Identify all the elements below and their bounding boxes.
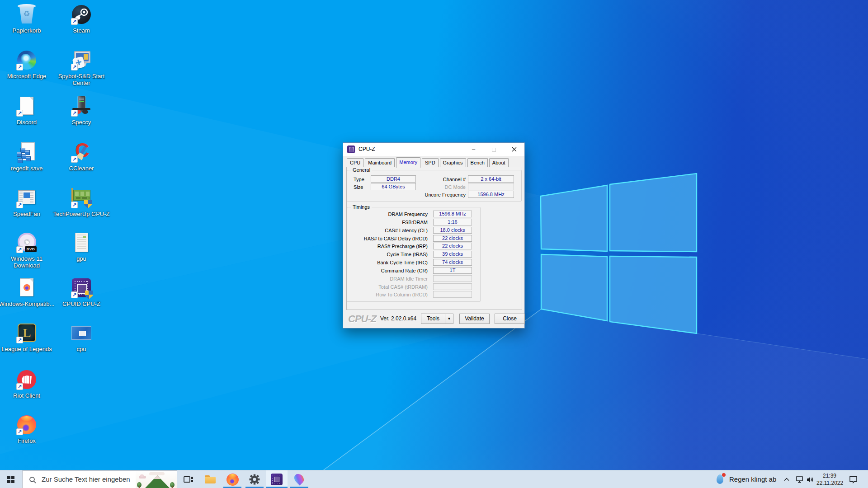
start-button[interactable] (0, 470, 22, 488)
timing-value (433, 291, 472, 298)
chevron-up-icon (784, 478, 789, 481)
desktop-icon-win11-download[interactable]: DVD↗ Windows 11 Download (0, 232, 56, 269)
cpuz-logo: CPU-Z (348, 313, 376, 325)
tray-chevron-button[interactable] (780, 470, 793, 488)
file-explorer-icon (205, 475, 216, 483)
tab-graphics[interactable]: Graphics (440, 158, 466, 167)
desktop-icon-speccy[interactable]: ↗ Speccy (52, 95, 111, 126)
search-highlight-image[interactable] (136, 471, 177, 488)
firefox-taskbar-button[interactable] (222, 470, 243, 488)
timing-value: 1596.8 MHz (433, 211, 472, 217)
title-bar[interactable]: CPU-Z – (343, 143, 524, 156)
timing-value: 22 clocks (433, 235, 472, 242)
speaker-icon (807, 476, 814, 483)
recycle-bin-icon: ♻ (16, 4, 38, 25)
network-icon (796, 476, 804, 483)
clock[interactable]: 21:39 22.11.2022 (816, 472, 843, 487)
icon-label: TechPowerUp GPU-Z (52, 211, 111, 217)
timing-value (433, 283, 472, 290)
desktop-icon-regedit-save[interactable]: regedit save (0, 141, 56, 172)
desktop-icon-riot[interactable]: ↗ Riot Client (0, 369, 56, 399)
window-title: CPU-Z (359, 146, 375, 152)
minimize-button[interactable]: – (463, 143, 484, 156)
task-view-icon (184, 475, 193, 483)
firefox-icon: ↗ (16, 414, 38, 436)
desktop-icon-gpu-image[interactable]: gpu (52, 232, 111, 262)
close-icon[interactable] (504, 143, 524, 156)
timing-label: CAS# Latency (CL) (347, 228, 428, 233)
window-footer: CPU-Z Ver. 2.02.0.x64 Tools ▼ Validate C… (343, 310, 524, 328)
file-explorer-button[interactable] (199, 470, 221, 488)
desktop-icon-cpu-image[interactable]: cpu (52, 322, 111, 352)
icon-label: Firefox (0, 437, 56, 444)
desktop-icon-cpuid-cpuz[interactable]: ↗ CPUID CPU-Z (52, 277, 111, 307)
image-file-icon (71, 322, 92, 344)
tab-bar: CPU Mainboard Memory SPD Graphics Bench … (347, 157, 523, 167)
cpuz-window: CPU-Z – CPU Mainboard Memory SPD Graphic… (343, 142, 525, 328)
tab-spd[interactable]: SPD (422, 158, 439, 167)
weather-text[interactable]: Regen klingt ab (729, 475, 776, 483)
desktop-icon-ccleaner[interactable]: C↗ CCleaner (52, 141, 111, 172)
cpuz-icon: ↗ (71, 277, 92, 299)
cpuz-taskbar-button[interactable] (266, 470, 288, 488)
desktop-icon-edge[interactable]: ↗ Microsoft Edge (0, 49, 56, 80)
timing-label: RAS# to CAS# Delay (tRCD) (347, 236, 428, 241)
desktop-icon-firefox[interactable]: ↗ Firefox (0, 414, 56, 444)
icon-label: Spybot-S&D Start Center (52, 73, 111, 86)
icon-label: Speccy (52, 119, 111, 126)
timing-value: 1T (433, 267, 472, 274)
steam-icon: ↗ (71, 4, 92, 25)
icon-label: CCleaner (52, 165, 111, 172)
channel-value: 2 x 64-bit (468, 175, 514, 183)
paint3d-taskbar-button[interactable] (288, 470, 310, 488)
icon-label: Windows 11 Download (0, 255, 56, 269)
firefox-icon (226, 474, 239, 486)
speccy-icon: ↗ (71, 95, 92, 117)
edge-icon: ↗ (16, 49, 38, 71)
desktop-icon-windows-kompatib[interactable]: Windows-Kompatib... (0, 277, 56, 307)
tools-button[interactable]: Tools (421, 314, 445, 324)
icon-label: regedit save (0, 165, 56, 172)
desktop-icon-papierkorb[interactable]: ♻ Papierkorb (0, 4, 56, 34)
desktop-icon-lol[interactable]: ↗ League of Legends (0, 322, 56, 352)
validate-button[interactable]: Validate (459, 314, 490, 324)
desktop-icon-discord[interactable]: ↗ Discord (0, 95, 56, 126)
dc-mode-label: DC Mode (401, 184, 466, 190)
gpuz-icon: ↗ (71, 187, 92, 209)
tab-about[interactable]: About (489, 158, 509, 167)
tab-bench[interactable]: Bench (467, 158, 488, 167)
tab-cpu[interactable]: CPU (347, 158, 363, 167)
notification-icon (849, 476, 858, 483)
channel-label: Channel # (401, 177, 466, 182)
desktop-icon-steam[interactable]: ↗ Steam (52, 4, 111, 34)
close-button[interactable]: Close (495, 314, 525, 324)
tools-dropdown-icon[interactable]: ▼ (445, 314, 453, 324)
timing-label: Total CAS# (tRDRAM) (347, 284, 428, 290)
icon-label: Discord (0, 119, 56, 126)
desktop-icon-gpuz[interactable]: ↗ TechPowerUp GPU-Z (52, 187, 111, 217)
settings-taskbar-button[interactable] (244, 470, 265, 488)
timing-label: Bank Cycle Time (tRC) (347, 260, 428, 265)
gear-icon (249, 474, 260, 485)
tab-mainboard[interactable]: Mainboard (365, 158, 395, 167)
cpuz-icon (271, 474, 283, 485)
type-label: Type (354, 177, 364, 182)
timing-value: 39 clocks (433, 251, 472, 258)
tray-time: 21:39 (816, 472, 843, 479)
desktop-icon-speedfan[interactable]: ↗ SpeedFan (0, 187, 56, 217)
desktop-icon-spybot[interactable]: ↗ Spybot-S&D Start Center (52, 49, 111, 86)
search-box[interactable]: Zur Suche Text hier eingeben (22, 470, 177, 488)
registry-icon (16, 141, 38, 163)
icon-label: Microsoft Edge (0, 73, 56, 80)
action-center-button[interactable] (846, 470, 860, 488)
uncore-label: Uncore Frequency (401, 192, 466, 197)
task-view-button[interactable] (178, 470, 199, 488)
dc-mode-value (468, 183, 514, 190)
tab-memory[interactable]: Memory (396, 157, 420, 168)
size-label: Size (354, 184, 363, 190)
icon-label: gpu (52, 255, 111, 262)
volume-tray-button[interactable] (804, 470, 816, 488)
icon-label: CPUID CPU-Z (52, 300, 111, 307)
uncore-value: 1596.8 MHz (468, 191, 514, 198)
league-icon: ↗ (16, 322, 38, 344)
